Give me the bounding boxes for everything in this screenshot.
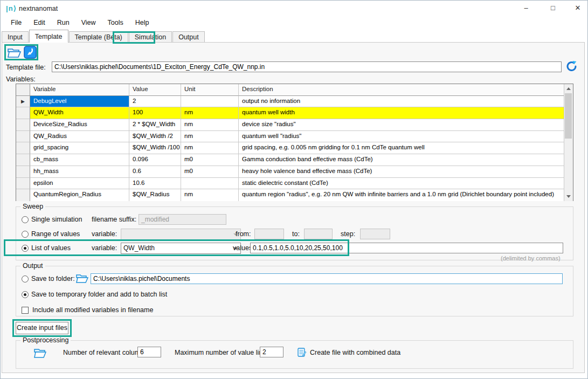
table-cell-variable[interactable]: DeviceSize_Radius	[30, 119, 129, 131]
step-input[interactable]	[360, 229, 390, 239]
table-cell-unit[interactable]: m0	[181, 154, 239, 166]
table-cell-unit[interactable]: nm	[181, 107, 239, 119]
table-cell-value[interactable]: $QW_Width /100	[129, 142, 181, 154]
row-header[interactable]	[16, 142, 30, 154]
table-cell-variable[interactable]: cb_mass	[30, 154, 129, 166]
menu-help[interactable]: Help	[129, 17, 155, 30]
browse-folder-icon[interactable]	[75, 272, 88, 284]
column-header-variable[interactable]: Variable	[30, 84, 129, 96]
values-input[interactable]: 0.1,0.5,1.0,5.0,10,20,25,50,100	[250, 243, 563, 253]
column-header-unit[interactable]: Unit	[181, 84, 239, 96]
maximize-icon[interactable]: □	[545, 2, 561, 15]
column-header-description[interactable]: Description	[239, 84, 564, 96]
range-variable-select[interactable]	[121, 229, 241, 240]
range-of-values-label: Range of values	[31, 230, 80, 238]
scrollbar-up-icon[interactable]	[564, 84, 573, 93]
table-cell-variable[interactable]: QuantumRegion_Radius	[30, 189, 129, 201]
combined-data-file-icon[interactable]	[298, 348, 307, 357]
value-lines-label: Maximum number of value lines:	[175, 349, 272, 356]
list-of-values-radio[interactable]	[22, 245, 29, 252]
include-variables-checkbox[interactable]	[22, 307, 29, 314]
save-temporary-label: Save to temporary folder and add to batc…	[31, 291, 167, 298]
table-cell-unit[interactable]: m0	[181, 166, 239, 178]
table-cell-value[interactable]: 0.096	[129, 154, 181, 166]
scrollbar-thumb[interactable]	[565, 93, 572, 139]
open-template-folder-icon[interactable]	[7, 46, 22, 59]
from-input[interactable]	[254, 229, 284, 239]
template-file-input[interactable]: C:\Users\niklas.pichel\Documents\1D_Exci…	[52, 61, 562, 72]
single-simulation-radio[interactable]	[22, 216, 29, 223]
apply-template-import-icon[interactable]	[23, 46, 38, 59]
table-cell-description[interactable]: grid spacing, e.g. 0.005 nm gridding for…	[239, 142, 564, 154]
filename-suffix-input[interactable]: _modified	[139, 214, 226, 225]
table-cell-description[interactable]: Gamma conduction band effective mass (Cd…	[239, 154, 564, 166]
table-cell-unit[interactable]: nm	[181, 142, 239, 154]
table-cell-unit[interactable]	[181, 178, 239, 190]
table-cell-unit[interactable]	[181, 96, 239, 108]
menu-run[interactable]: Run	[51, 17, 75, 30]
menu-file[interactable]: File	[5, 17, 27, 30]
save-temporary-radio[interactable]	[22, 291, 29, 298]
tab-template-beta[interactable]: Template (Beta)	[69, 31, 128, 43]
list-variable-select[interactable]: QW_Width	[121, 243, 241, 254]
relevant-column-input[interactable]: 6	[137, 347, 161, 357]
single-simulation-label: Single simulation	[31, 216, 82, 223]
table-cell-value[interactable]: 2	[129, 96, 181, 108]
menu-view[interactable]: View	[75, 17, 102, 30]
table-cell-variable[interactable]: grid_spacing	[30, 142, 129, 154]
table-cell-variable[interactable]: QW_Radius	[30, 131, 129, 143]
table-cell-variable[interactable]: DebugLevel	[30, 96, 129, 108]
row-header[interactable]	[16, 131, 30, 143]
minimize-icon[interactable]: –	[518, 2, 534, 15]
tab-simulation[interactable]: Simulation	[129, 31, 172, 43]
row-header[interactable]	[16, 166, 30, 178]
column-header-value[interactable]: Value	[129, 84, 181, 96]
table-cell-description[interactable]: quantum well "radius"	[239, 131, 564, 143]
create-input-files-button[interactable]: Create input files	[16, 322, 68, 334]
refresh-icon[interactable]	[565, 60, 578, 73]
table-cell-value[interactable]: 2 * $QW_Width	[129, 119, 181, 131]
scrollbar-down-icon[interactable]	[564, 192, 573, 201]
table-cell-description[interactable]: output no information	[239, 96, 564, 108]
table-cell-description[interactable]: heavy hole valence band effective mass (…	[239, 166, 564, 178]
close-icon[interactable]: ✕	[570, 2, 586, 15]
table-cell-value[interactable]: 100	[129, 107, 181, 119]
row-header[interactable]	[16, 119, 30, 131]
table-cell-variable[interactable]: epsilon	[30, 178, 129, 190]
table-cell-unit[interactable]: nm	[181, 189, 239, 201]
table-cell-value[interactable]: $QW_Width /2	[129, 131, 181, 143]
row-header[interactable]	[16, 178, 30, 190]
table-cell-description[interactable]: static dielectric constant (CdTe)	[239, 178, 564, 190]
table-cell-value[interactable]: 10.6	[129, 178, 181, 190]
table-cell-description[interactable]: device size "radius"	[239, 119, 564, 131]
variables-table: Variable Value Unit Description ▶ DebugL…	[16, 84, 573, 201]
menu-tools[interactable]: Tools	[102, 17, 129, 30]
table-cell-description[interactable]: quantum region "radius", e.g. 20 nm QW w…	[239, 189, 564, 201]
output-folder-input[interactable]: C:\Users\niklas.pichel\Documents	[91, 273, 563, 284]
table-cell-variable[interactable]: hh_mass	[30, 166, 129, 178]
table-cell-variable[interactable]: QW_Width	[30, 107, 129, 119]
table-cell-value[interactable]: $QW_Radius	[129, 189, 181, 201]
app-window: |n⟩ nextnanomat – □ ✕ File Edit Run View…	[0, 0, 588, 379]
to-input[interactable]	[304, 229, 333, 239]
table-cell-unit[interactable]: nm	[181, 119, 239, 131]
postprocessing-folder-icon[interactable]	[33, 347, 46, 359]
relevant-column-label: Number of relevant column:	[63, 349, 146, 356]
save-to-folder-radio[interactable]	[22, 275, 29, 282]
menu-edit[interactable]: Edit	[27, 17, 51, 30]
row-header[interactable]	[16, 154, 30, 166]
value-lines-input[interactable]: 2	[260, 347, 283, 357]
row-header[interactable]	[16, 107, 30, 119]
combined-data-label[interactable]: Create file with combined data	[310, 349, 400, 356]
tab-output[interactable]: Output	[172, 31, 205, 43]
table-cell-unit[interactable]: nm	[181, 131, 239, 143]
range-of-values-radio[interactable]	[22, 231, 29, 238]
row-header[interactable]	[16, 189, 30, 201]
tab-input[interactable]: Input	[2, 31, 29, 43]
tab-template[interactable]: Template	[29, 30, 68, 43]
nextnano-logo-icon: |n⟩	[6, 4, 17, 12]
table-scrollbar[interactable]	[564, 84, 573, 201]
table-cell-value[interactable]: 0.6	[129, 166, 181, 178]
row-selector-arrow-icon[interactable]: ▶	[16, 96, 30, 108]
table-cell-description[interactable]: quantum well width	[239, 107, 564, 119]
